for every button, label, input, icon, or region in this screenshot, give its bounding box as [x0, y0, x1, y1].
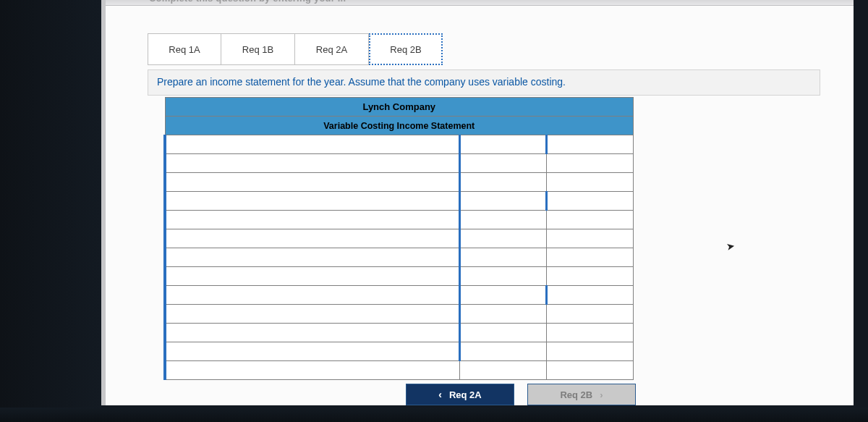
table-row [165, 229, 634, 248]
row-total-input[interactable] [547, 229, 634, 248]
next-req-button[interactable]: Req 2B › [527, 384, 636, 405]
table-row [165, 305, 634, 324]
row-total-input[interactable] [547, 154, 634, 173]
tab-req-2a[interactable]: Req 2A [295, 33, 369, 65]
chevron-left-icon: ‹ [438, 389, 442, 400]
next-req-label: Req 2B [560, 389, 592, 400]
tab-req-1a[interactable]: Req 1A [148, 33, 221, 65]
row-label-input[interactable] [165, 229, 460, 248]
row-total-input[interactable] [547, 211, 634, 229]
prev-req-button[interactable]: ‹ Req 2A [406, 384, 514, 405]
row-value-input[interactable] [460, 154, 547, 173]
row-total-input[interactable] [547, 135, 634, 154]
row-label-input[interactable] [165, 192, 460, 211]
income-statement-sheet: Lynch Company Variable Costing Income St… [163, 97, 634, 380]
row-value-input[interactable] [460, 361, 547, 380]
table-row [165, 324, 634, 342]
row-value-input[interactable] [460, 229, 547, 248]
row-total-input[interactable] [547, 267, 634, 286]
sheet-title-statement: Variable Costing Income Statement [165, 117, 634, 135]
row-label-input[interactable] [165, 361, 460, 380]
row-label-input[interactable] [165, 154, 460, 173]
cursor-icon: ➤ [726, 240, 736, 253]
prev-req-label: Req 2A [449, 389, 482, 400]
row-total-input[interactable] [547, 286, 634, 305]
table-row [165, 361, 634, 380]
row-total-input[interactable] [547, 324, 634, 342]
row-label-input[interactable] [165, 305, 460, 324]
row-total-input[interactable] [547, 192, 634, 211]
row-label-input[interactable] [165, 267, 460, 286]
tab-req-1b[interactable]: Req 1B [221, 33, 295, 65]
table-row [165, 211, 634, 229]
table-row [165, 154, 634, 173]
table-row [165, 267, 634, 286]
row-value-input[interactable] [460, 173, 547, 192]
row-total-input[interactable] [547, 248, 634, 267]
row-value-input[interactable] [460, 305, 547, 324]
row-label-input[interactable] [165, 248, 460, 267]
row-total-input[interactable] [547, 361, 634, 380]
instruction-text: Prepare an income statement for the year… [148, 69, 820, 96]
row-value-input[interactable] [460, 248, 547, 267]
row-value-input[interactable] [460, 192, 547, 211]
tab-req-2b[interactable]: Req 2B [369, 33, 443, 65]
table-row [165, 286, 634, 305]
row-value-input[interactable] [460, 267, 547, 286]
row-total-input[interactable] [547, 342, 634, 361]
table-row [165, 173, 634, 192]
row-value-input[interactable] [460, 135, 547, 154]
page-header-hint: Complete this question by entering your … [149, 0, 346, 4]
row-label-input[interactable] [165, 324, 460, 342]
chevron-right-icon: › [600, 389, 603, 400]
row-label-input[interactable] [165, 173, 460, 192]
row-value-input[interactable] [460, 342, 547, 361]
row-value-input[interactable] [460, 286, 547, 305]
table-row [165, 248, 634, 267]
row-total-input[interactable] [547, 305, 634, 324]
row-label-input[interactable] [165, 342, 460, 361]
row-label-input[interactable] [165, 211, 460, 229]
nav-buttons: ‹ Req 2A Req 2B › [406, 384, 636, 405]
row-label-input[interactable] [165, 286, 460, 305]
row-value-input[interactable] [460, 211, 547, 229]
table-row [165, 135, 634, 154]
table-row [165, 342, 634, 361]
table-row [165, 192, 634, 211]
sheet-title-company: Lynch Company [165, 98, 634, 117]
row-total-input[interactable] [547, 173, 634, 192]
req-tabs: Req 1A Req 1B Req 2A Req 2B [148, 33, 443, 65]
row-value-input[interactable] [460, 324, 547, 342]
row-label-input[interactable] [165, 135, 460, 154]
